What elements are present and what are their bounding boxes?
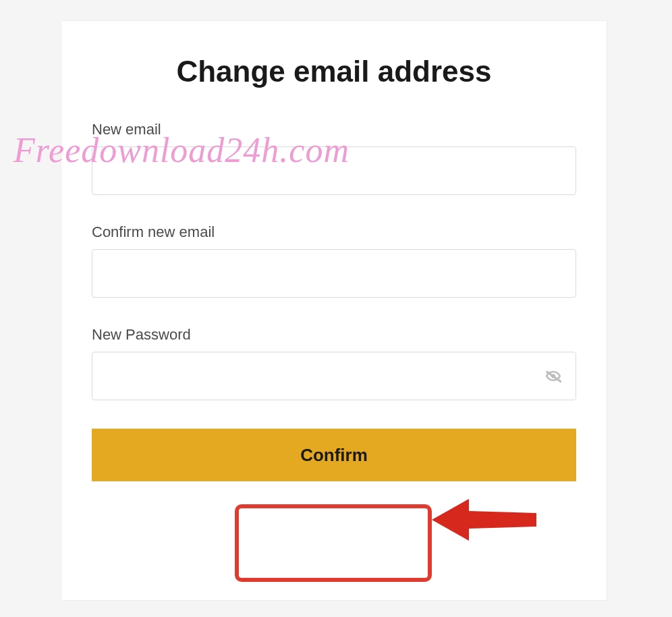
toggle-password-visibility-icon[interactable] (542, 365, 564, 387)
confirm-button[interactable]: Confirm (92, 429, 576, 481)
new-email-group: New email (92, 121, 576, 195)
confirm-email-group: Confirm new email (92, 223, 576, 298)
page-title: Change email address (92, 55, 576, 88)
confirm-email-label: Confirm new email (92, 223, 576, 241)
new-email-label: New email (92, 121, 576, 138)
new-password-input[interactable] (92, 352, 576, 400)
confirm-email-input[interactable] (92, 249, 576, 298)
password-input-wrap (92, 352, 576, 400)
change-email-card: Change email address New email Confirm n… (61, 20, 607, 601)
new-password-label: New Password (92, 326, 576, 344)
new-password-group: New Password (92, 326, 576, 400)
new-email-input[interactable] (92, 146, 576, 195)
